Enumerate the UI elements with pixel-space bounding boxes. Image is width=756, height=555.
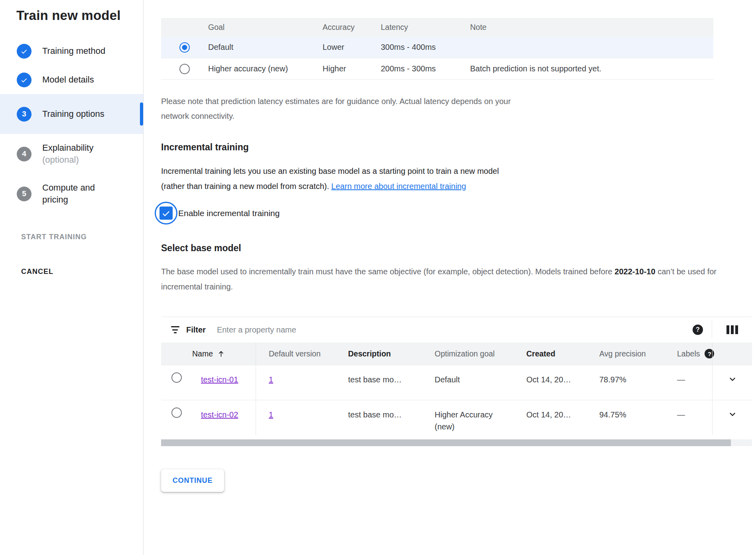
step-number-icon: 4 <box>17 147 32 161</box>
description-column-header[interactable]: Description <box>335 342 422 365</box>
radio-goal-default[interactable] <box>179 42 190 53</box>
model-avg-precision-cell: 94.75% <box>587 400 664 435</box>
filter-input[interactable] <box>216 325 455 335</box>
step-label: Training options <box>42 108 104 120</box>
accuracy-cell: Lower <box>323 43 381 52</box>
model-version-link[interactable]: 1 <box>269 375 273 384</box>
model-avg-precision-cell: 78.97% <box>587 365 664 400</box>
latency-disclaimer-text: Please note that prediction latency esti… <box>161 94 522 124</box>
optimization-goal-column-header[interactable]: Optimization goal <box>422 342 514 365</box>
select-base-model-heading: Select base model <box>161 243 756 254</box>
stepper-sidebar: Train new model Training method Model de… <box>0 0 144 555</box>
base-model-description: The base model used to incrementally tra… <box>161 264 755 294</box>
default-version-column-header[interactable]: Default version <box>256 342 335 365</box>
learn-more-link[interactable]: Learn more about incremental training <box>331 182 466 191</box>
sort-ascending-icon <box>217 350 225 358</box>
column-display-icon[interactable] <box>726 325 738 334</box>
radio-goal-higher-accuracy[interactable] <box>179 64 190 74</box>
step-label: Model details <box>42 74 94 86</box>
latency-cell: 200ms - 300ms <box>381 64 470 73</box>
radio-model-test-icn-01[interactable] <box>171 372 182 383</box>
page-title: Train new model <box>16 8 143 23</box>
filter-icon <box>170 326 180 333</box>
latency-column-header: Latency <box>381 23 470 32</box>
expand-column-header <box>712 342 752 365</box>
step-label: Training method <box>42 45 105 57</box>
avg-precision-column-header[interactable]: Avg precision <box>587 342 664 365</box>
horizontal-scrollbar-track[interactable] <box>161 439 752 446</box>
help-icon[interactable]: ? <box>693 325 703 335</box>
enable-incremental-training-row: Enable incremental training <box>155 202 756 224</box>
model-description-cell: test base mo… <box>335 400 422 435</box>
checkbox-ripple <box>155 202 177 224</box>
latency-cell: 300ms - 400ms <box>381 43 470 52</box>
goal-cell: Default <box>208 43 323 52</box>
cancel-button[interactable]: CANCEL <box>21 268 143 276</box>
goal-cell: Higher accuracy (new) <box>208 64 323 73</box>
note-column-header: Note <box>470 23 713 32</box>
base-model-table: Filter ? Name Default vers <box>161 317 752 435</box>
goal-table-header: Goal Accuracy Latency Note <box>161 18 713 37</box>
enable-incremental-training-checkbox[interactable] <box>159 207 173 220</box>
model-row-test-icn-01: test-icn-01 1 test base mo… Default Oct … <box>161 365 752 400</box>
filter-bar: Filter ? <box>161 317 752 342</box>
model-goal-cell: Higher Accuracy (new) <box>422 400 514 435</box>
model-goal-cell: Default <box>422 365 514 400</box>
goal-column-header: Goal <box>208 23 323 32</box>
sidebar-item-explainability[interactable]: 4 Explainability (optional) <box>0 134 143 174</box>
model-labels-cell: — <box>664 365 712 400</box>
start-training-button[interactable]: START TRAINING <box>21 233 143 241</box>
goal-row-default[interactable]: Default Lower 300ms - 400ms <box>161 37 713 58</box>
active-step-indicator-bar <box>140 102 143 126</box>
step-number-icon: 3 <box>17 107 32 122</box>
incremental-training-description: Incremental training lets you use an exi… <box>161 163 524 194</box>
model-description-cell: test base mo… <box>335 365 422 400</box>
incremental-training-heading: Incremental training <box>161 142 756 153</box>
sidebar-item-training-method[interactable]: Training method <box>0 37 143 65</box>
model-radio-column <box>161 342 192 365</box>
model-row-test-icn-02: test-icn-02 1 test base mo… Higher Accur… <box>161 400 752 435</box>
expand-row-chevron-icon[interactable] <box>727 409 738 435</box>
created-column-header[interactable]: Created <box>514 342 587 365</box>
step-done-check-icon <box>17 73 32 87</box>
model-labels-cell: — <box>664 400 712 435</box>
sidebar-item-compute-and-pricing[interactable]: 5 Compute and pricing <box>0 174 143 214</box>
accuracy-column-header: Accuracy <box>323 23 381 32</box>
sidebar-item-training-options[interactable]: 3 Training options <box>0 94 143 134</box>
name-column-header[interactable]: Name <box>192 342 256 365</box>
model-created-cell: Oct 14, 20… <box>514 365 587 400</box>
accuracy-cell: Higher <box>323 64 381 73</box>
labels-column-header[interactable]: Labels ? <box>664 342 712 365</box>
model-table-header: Name Default version Description Optimiz… <box>161 342 752 365</box>
note-cell: Batch prediction is not supported yet. <box>470 64 713 73</box>
expand-row-chevron-icon[interactable] <box>727 374 738 400</box>
base-model-cutoff-date: 2022-10-10 <box>614 267 655 276</box>
train-new-model-page: Train new model Training method Model de… <box>0 0 756 555</box>
model-name-link[interactable]: test-icn-01 <box>201 374 240 386</box>
filter-label: Filter <box>186 325 206 335</box>
goal-row-higher-accuracy[interactable]: Higher accuracy (new) Higher 200ms - 300… <box>161 58 713 80</box>
step-done-check-icon <box>17 44 32 59</box>
step-label-main: Explainability <box>42 143 93 153</box>
step-label-optional: (optional) <box>42 155 79 165</box>
base-model-description-before: The base model used to incrementally tra… <box>161 267 612 276</box>
step-number-icon: 5 <box>17 187 32 201</box>
step-label: Explainability (optional) <box>42 142 93 166</box>
model-version-link[interactable]: 1 <box>269 410 273 419</box>
model-name-link[interactable]: test-icn-02 <box>201 409 240 421</box>
continue-button[interactable]: CONTINUE <box>161 469 224 492</box>
training-options-panel: Goal Accuracy Latency Note Default Lower… <box>144 0 756 555</box>
radio-model-test-icn-02[interactable] <box>171 407 182 418</box>
horizontal-scrollbar-thumb[interactable] <box>161 439 731 446</box>
prediction-goal-table: Goal Accuracy Latency Note Default Lower… <box>161 18 713 80</box>
checkbox-label: Enable incremental training <box>178 209 280 218</box>
sidebar-item-model-details[interactable]: Model details <box>0 65 143 94</box>
model-created-cell: Oct 14, 20… <box>514 400 587 435</box>
step-label: Compute and pricing <box>42 182 110 206</box>
